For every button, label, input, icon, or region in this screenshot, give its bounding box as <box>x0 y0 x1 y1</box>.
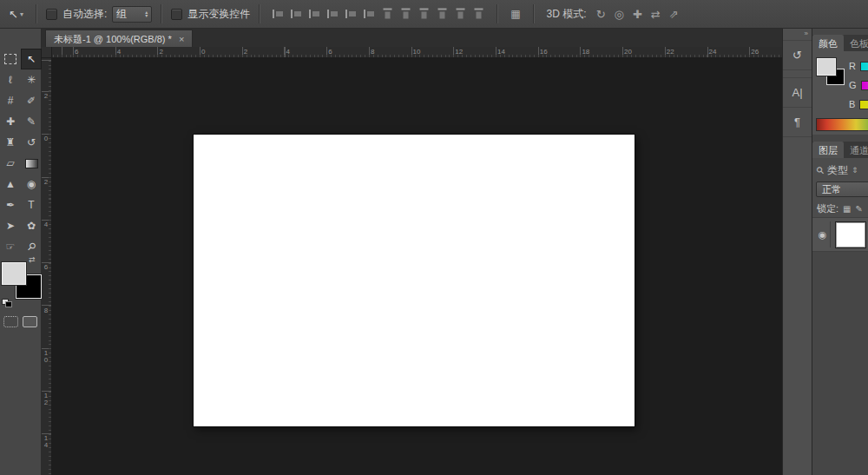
custom-shape-tool[interactable]: ✿ <box>21 215 42 236</box>
type-tool[interactable]: T <box>21 195 42 215</box>
v-ruler-label: 4 <box>43 221 49 228</box>
color-tab-色板[interactable]: 色板 <box>844 35 868 51</box>
paragraph-panel-icon[interactable]: ¶ <box>783 108 812 137</box>
auto-select-checkbox[interactable] <box>46 9 57 20</box>
h-ruler-label: 4 <box>286 48 290 56</box>
layer-visibility-eye-icon[interactable]: ◉ <box>815 221 831 247</box>
blur-tool[interactable]: ▲ <box>0 174 21 195</box>
vertical-ruler[interactable]: 20246810121416 <box>42 58 52 475</box>
h-ruler-label: 6 <box>75 48 78 56</box>
history-panel-icon[interactable]: ↺ <box>783 40 812 70</box>
auto-select-target-dropdown[interactable]: 组 ▴▾ <box>112 6 152 23</box>
eraser-tool[interactable]: ▱ <box>0 153 21 174</box>
distribute-horizontal-centers-icon[interactable] <box>456 8 466 21</box>
brush-tool-icon: ✎ <box>27 115 36 128</box>
align-top-edges-icon[interactable] <box>272 9 285 19</box>
default-colors-icon[interactable] <box>2 299 12 307</box>
spot-healing-brush-tool[interactable]: ✚ <box>0 111 21 132</box>
distribute-widths-icon[interactable]: ▦ <box>510 8 520 20</box>
eyedropper-tool[interactable]: ✐ <box>21 90 42 111</box>
align-vertical-centers-icon[interactable] <box>290 9 303 19</box>
h-ruler-label: 22 <box>667 48 674 56</box>
path-selection-tool[interactable]: ➤ <box>0 215 21 236</box>
quick-mask-mode-button[interactable] <box>3 316 18 327</box>
document-canvas[interactable] <box>194 135 635 426</box>
distribute-vertical-centers-icon[interactable] <box>345 9 358 19</box>
dodge-tool-icon: ◉ <box>27 178 36 190</box>
move-tool[interactable]: ↖ <box>21 49 42 69</box>
crop-tool[interactable]: # <box>0 90 21 111</box>
channel-slider-G[interactable] <box>861 81 868 90</box>
zoom-tool[interactable]: ⚲ <box>21 236 42 257</box>
character-panel-icon[interactable]: A| <box>783 78 812 108</box>
color-ramp[interactable] <box>816 118 868 131</box>
eyedropper-tool-icon: ✐ <box>27 95 36 107</box>
document-tab-bar: 未标题-1 @ 100%(RGB/8) * × <box>42 29 782 48</box>
distribute-bottom-edges-icon[interactable] <box>363 9 376 19</box>
hand-tool-icon: ☞ <box>6 241 16 253</box>
history-brush-tool[interactable]: ↺ <box>21 132 42 153</box>
channel-slider-R[interactable] <box>860 62 868 71</box>
h-ruler-label: 20 <box>624 48 632 56</box>
v-ruler-label: 0 <box>43 135 49 142</box>
hand-tool[interactable]: ☞ <box>0 236 21 257</box>
show-transform-controls-checkbox[interactable] <box>171 9 182 20</box>
pen-tool[interactable]: ✒ <box>0 195 21 215</box>
dock-divider <box>783 70 812 78</box>
distribute-right-edges-icon[interactable] <box>474 8 484 21</box>
align-right-edges-icon[interactable] <box>419 8 430 21</box>
rectangular-marquee-tool[interactable] <box>0 49 21 69</box>
blur-tool-icon: ▲ <box>5 178 16 190</box>
horizontal-ruler[interactable]: 64202468101214161820222426 <box>52 47 782 58</box>
gradient-tool[interactable] <box>21 153 42 174</box>
color-panel: RGB <box>812 51 868 135</box>
toolbox: ↖ℓ✳#✐✚✎♜↺▱▲◉✒T➤✿☞⚲ ⇄ <box>0 29 42 475</box>
ruler-corner[interactable] <box>42 47 52 58</box>
align-bottom-edges-icon[interactable] <box>308 9 321 19</box>
lock-image-pixels-icon[interactable]: ✎ <box>856 204 863 214</box>
divider <box>496 4 498 23</box>
auto-select-label: 自动选择: <box>62 7 107 22</box>
3d-slide-camera-icon[interactable]: ⇄ <box>651 8 661 21</box>
3d-zoom-camera-icon[interactable]: ⇗ <box>669 8 679 21</box>
dodge-tool[interactable]: ◉ <box>21 174 42 195</box>
panel-foreground-swatch[interactable] <box>817 58 836 76</box>
layer-filter-type-label[interactable]: 类型 <box>827 163 848 178</box>
3d-pan-camera-icon[interactable]: ✚ <box>633 8 642 21</box>
layers-tab-通道[interactable]: 通道 <box>844 142 868 158</box>
auto-select-target-value: 组 <box>116 7 127 22</box>
distribute-top-edges-icon[interactable] <box>326 9 339 19</box>
channel-slider-B[interactable] <box>859 100 868 109</box>
clone-stamp-tool[interactable]: ♜ <box>0 132 21 153</box>
3d-rotate-camera-icon[interactable]: ↻ <box>596 8 606 21</box>
3d-roll-camera-icon[interactable]: ◎ <box>615 8 624 21</box>
h-ruler-label: 10 <box>413 48 421 56</box>
document-tab[interactable]: 未标题-1 @ 100%(RGB/8) * × <box>45 30 193 48</box>
h-ruler-label: 8 <box>371 48 374 56</box>
align-buttons-group <box>269 9 488 19</box>
swap-colors-icon[interactable]: ⇄ <box>29 255 36 264</box>
h-ruler-label: 26 <box>751 48 759 56</box>
layer-thumbnail[interactable] <box>836 222 865 247</box>
align-left-edges-icon[interactable] <box>383 8 393 21</box>
chevron-down-icon: ▾ <box>20 10 23 18</box>
blend-mode-dropdown[interactable]: 正常 <box>816 181 868 197</box>
lasso-tool[interactable]: ℓ <box>0 69 21 90</box>
screen-mode-button[interactable] <box>23 316 37 327</box>
filter-spinner-icon[interactable]: ⇕ <box>852 166 858 175</box>
lock-transparent-pixels-icon[interactable]: ▦ <box>843 204 851 214</box>
close-icon[interactable]: × <box>179 34 184 44</box>
layers-panel-tabs: 图层通道路径 <box>812 142 868 158</box>
distribute-left-edges-icon[interactable] <box>437 8 448 21</box>
layer-row[interactable]: ◉ <box>812 217 868 252</box>
layers-tab-图层[interactable]: 图层 <box>812 142 844 158</box>
align-horizontal-centers-icon[interactable] <box>401 8 411 21</box>
foreground-color-swatch[interactable] <box>2 262 26 285</box>
expand-panels-icon[interactable]: » <box>783 29 812 40</box>
color-tab-颜色[interactable]: 颜色 <box>812 35 844 51</box>
quick-selection-tool-icon: ✳ <box>27 74 36 86</box>
color-swatch-area: ⇄ <box>0 261 41 311</box>
quick-selection-tool[interactable]: ✳ <box>21 69 42 90</box>
brush-tool[interactable]: ✎ <box>21 111 42 132</box>
tool-preset-picker[interactable]: ↖ ▾ <box>5 6 27 23</box>
